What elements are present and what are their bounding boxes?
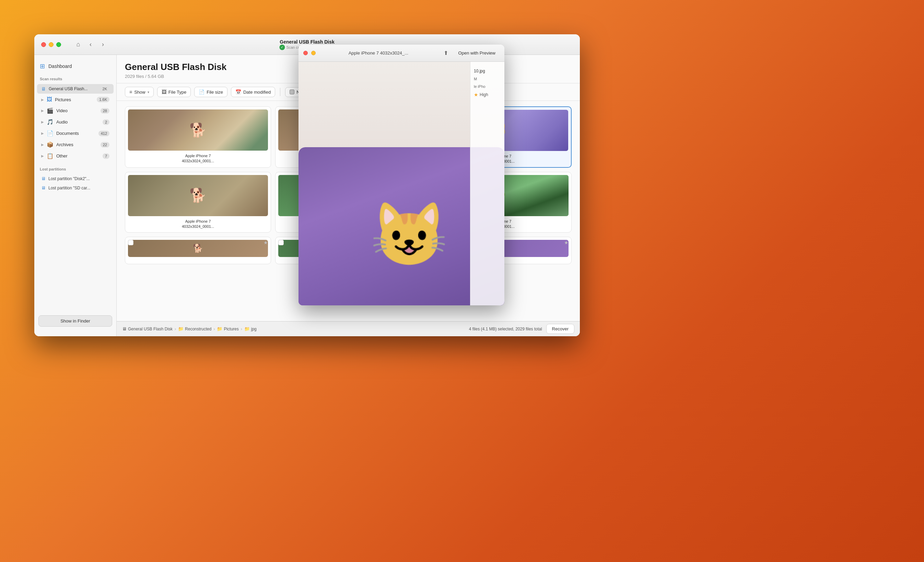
lost-sd-label: Lost partition "SD car... [48,186,90,190]
docs-badge: 412 [99,131,110,136]
breadcrumb-folder-icon-1: 📁 [178,326,184,331]
deselect-icon [290,90,294,94]
expand-icon-pictures: ▶ [41,98,44,102]
breadcrumb-item-4: 📁 jpg [244,326,256,331]
archives-badge: 22 [100,142,110,148]
sidebar-item-usb[interactable]: 🖥 General USB Flash... 2K [37,84,114,94]
home-button[interactable]: ⌂ [74,40,83,49]
archives-label: Archives [56,142,98,147]
sidebar-item-documents[interactable]: ▶ 📄 Documents 412 [37,128,114,139]
other-label: Other [56,153,100,159]
file-thumb-7: 🐕 [128,240,268,257]
other-icon: 📋 [46,153,54,159]
expand-icon-audio: ▶ [41,120,44,124]
toolbar-separator [280,88,280,96]
breadcrumb-folder-icon-3: 📁 [244,326,250,331]
audio-label: Audio [56,119,100,124]
star-icon: ★ [474,92,478,97]
breadcrumb-label-4: jpg [251,327,256,331]
lost-partition-sd[interactable]: 🖥 Lost partition "SD car... [37,184,114,192]
audio-badge: 2 [103,119,110,125]
sidebar-bottom: Show in Finder [34,311,116,331]
dashboard-item[interactable]: ⊞ Dashboard [34,60,116,74]
date-modified-button[interactable]: 📅 Date modified [231,87,275,97]
cat-figure: 😺 [370,198,448,271]
back-button[interactable]: ‹ [86,40,95,49]
filter-icon: ≡ [129,89,132,95]
traffic-lights [41,42,61,47]
lost-partitions-label: Lost partitions [34,167,116,174]
sidebar-item-archives[interactable]: ▶ 📦 Archives 22 [37,139,114,150]
file-star-9[interactable]: ★ [564,240,568,245]
preview-device: le iPho [474,84,501,88]
status-info: 4 files (4.1 MB) selected, 2029 files to… [469,327,542,331]
archives-icon: 📦 [46,141,54,148]
file-item-4[interactable]: ★ 🐕 Apple iPhone 74032x3024_0001... [125,172,271,232]
breadcrumb-item-3: 📁 Pictures [217,326,238,331]
close-button[interactable] [41,42,46,47]
preview-window: Apple iPhone 7 4032x3024_... ⬆ Open with… [298,45,504,305]
audio-icon: 🎵 [46,119,54,125]
preview-titlebar: Apple iPhone 7 4032x3024_... ⬆ Open with… [298,45,504,62]
video-label: Video [56,108,98,113]
sidebar-item-video[interactable]: ▶ 🎬 Video 28 [37,105,114,116]
preview-image-container: 😺 10.jpg M le iPho ★ High [298,62,504,305]
forward-button[interactable]: › [98,40,108,49]
other-badge: 7 [103,153,110,159]
show-button[interactable]: ≡ Show ▾ [125,87,154,97]
breadcrumb-drive-icon: 🖥 [122,326,127,331]
maximize-button[interactable] [56,42,61,47]
file-type-button[interactable]: 🖼 File Type [157,87,191,97]
show-in-finder-button[interactable]: Show in Finder [38,315,112,327]
nav-controls: ⌂ ‹ › [74,40,108,49]
scan-results-label: Scan results [34,77,116,84]
share-button[interactable]: ⬆ [441,48,451,58]
dashboard-label: Dashboard [48,63,72,69]
expand-icon-video: ▶ [41,109,44,112]
sidebar-item-pictures[interactable]: ▶ 🖼 Pictures 1.6K [37,94,114,105]
sidebar-item-other[interactable]: ▶ 📋 Other 7 [37,151,114,161]
file-name-4: Apple iPhone 74032x3024_0001... [182,219,214,229]
lost-partition-disk2[interactable]: 🖥 Lost partition "Disk2"... [37,174,114,183]
dog-thumb-1 [128,109,268,151]
file-size-button[interactable]: 📄 File size [194,87,228,97]
star-label: High [480,92,488,97]
pictures-label: Pictures [55,97,94,102]
breadcrumb-item-1: 🖥 General USB Flash Disk [122,326,172,331]
video-icon: 🎬 [46,107,54,114]
lost-disk2-icon: 🖥 [41,176,46,181]
preview-star-row: ★ High [474,92,501,97]
usb-label: General USB Flash... [49,87,98,91]
file-checkbox-7[interactable] [128,240,134,245]
preview-close-button[interactable] [303,51,308,55]
file-checkbox-8[interactable] [278,240,284,245]
expand-icon-archives: ▶ [41,143,44,147]
breadcrumb-sep-2: › [213,327,215,331]
file-type-icon: 🖼 [162,89,166,95]
file-item-7[interactable]: ★ 🐕 [125,237,271,264]
sidebar: ⊞ Dashboard Scan results 🖥 General USB F… [34,55,117,336]
open-with-preview-button[interactable]: Open with Preview [454,49,500,57]
date-icon: 📅 [236,89,241,95]
breadcrumb-item-2: 📁 Reconstructed [178,326,212,331]
recover-button[interactable]: Recover [546,324,574,334]
file-name-1: Apple iPhone 74032x3024_0001... [182,153,214,164]
expand-icon-other: ▶ [41,154,44,158]
docs-icon: 📄 [46,130,54,136]
breadcrumb-label-1: General USB Flash Disk [128,327,172,331]
preview-minimize-button[interactable] [311,51,316,55]
preview-size: M [474,77,501,81]
sidebar-item-audio[interactable]: ▶ 🎵 Audio 2 [37,117,114,127]
lost-sd-icon: 🖥 [41,185,46,190]
file-star-7[interactable]: ★ [264,240,268,245]
dashboard-icon: ⊞ [40,63,45,70]
file-size-icon: 📄 [199,89,204,95]
file-item-1[interactable]: ★ Apple iPhone 74032x3024_0001... [125,106,271,168]
minimize-button[interactable] [49,42,54,47]
pictures-icon: 🖼 [46,96,52,103]
breadcrumb-label-3: Pictures [224,327,238,331]
pictures-badge: 1.6K [97,97,110,102]
breadcrumb-label-2: Reconstructed [185,327,212,331]
window-title: General USB Flash Disk [279,39,334,45]
docs-label: Documents [56,131,96,136]
